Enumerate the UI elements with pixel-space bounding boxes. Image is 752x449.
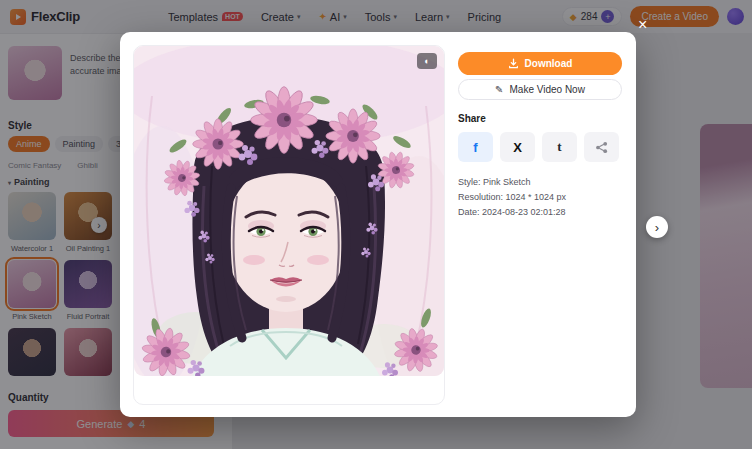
info-style: Style: Pink Sketch xyxy=(458,175,622,190)
x-icon: X xyxy=(513,140,522,155)
download-button[interactable]: Download xyxy=(458,52,622,75)
share-buttons-row: f X t xyxy=(458,132,622,162)
compare-contrast-icon[interactable]: ◐ xyxy=(417,53,437,69)
share-section-label: Share xyxy=(458,113,622,124)
pencil-icon: ✎ xyxy=(495,84,503,95)
close-icon[interactable]: × xyxy=(638,17,647,33)
portrait-illustration xyxy=(134,46,444,376)
next-image-button[interactable]: › xyxy=(646,216,668,238)
share-x-button[interactable]: X xyxy=(500,132,535,162)
share-tumblr-button[interactable]: t xyxy=(542,132,577,162)
make-video-button[interactable]: ✎ Make Video Now xyxy=(458,79,622,100)
flexclip-app: FlexClip Templates HOT Create ▾ ✦ AI ▾ T… xyxy=(0,0,752,449)
facebook-icon: f xyxy=(473,140,477,155)
modal-action-panel: Download ✎ Make Video Now Share f X t xyxy=(458,52,622,220)
tumblr-icon: t xyxy=(557,139,561,155)
info-resolution: Resolution: 1024 * 1024 px xyxy=(458,190,622,205)
generated-image-preview xyxy=(134,46,444,376)
info-date: Date: 2024-08-23 02:01:28 xyxy=(458,205,622,220)
share-more-button[interactable] xyxy=(584,132,619,162)
image-preview-modal: ◐ Download ✎ Make Video Now Share f xyxy=(120,32,636,417)
image-frame: ◐ xyxy=(133,45,445,405)
image-info: Style: Pink Sketch Resolution: 1024 * 10… xyxy=(458,175,622,220)
download-icon xyxy=(508,58,519,69)
share-facebook-button[interactable]: f xyxy=(458,132,493,162)
share-nodes-icon xyxy=(595,141,608,154)
